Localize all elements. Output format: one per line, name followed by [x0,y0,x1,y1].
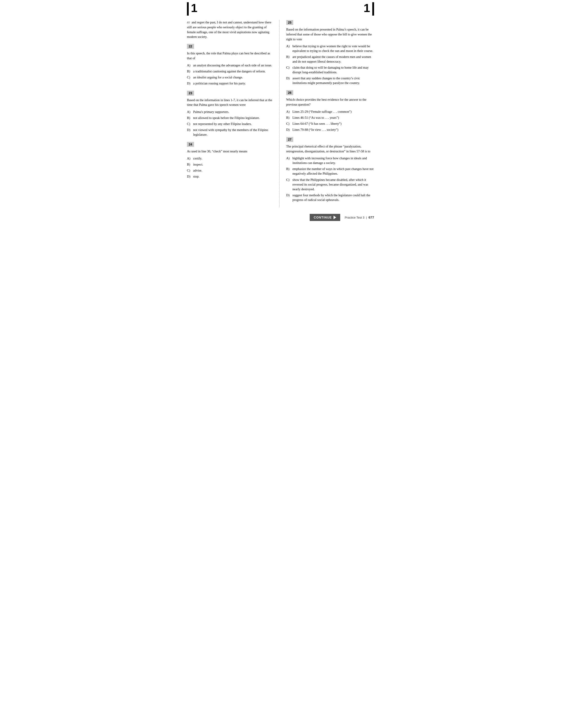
question-24-text: As used in line 30, “check” most nearly … [187,149,275,154]
option-text: stop. [193,174,275,179]
option-text: assert that any sudden changes to the co… [293,76,374,85]
page-wrapper: 1 1 85 and regret the past, I do not and… [180,0,381,224]
option-text: not allowed to speak before the Filipino… [193,116,275,120]
footer-page-label: Practice Test 3 | 677 [345,215,374,219]
question-26-options: A) Lines 25-29 (“Female suffrage . . . c… [286,109,374,132]
question-27-option-b[interactable]: B) emphasize the number of ways in which… [286,167,374,176]
option-letter: B) [187,116,193,120]
continue-button[interactable]: CONTINUE [310,214,340,221]
question-23-header: 23 [187,91,194,96]
question-27-option-d[interactable]: D) suggest four methods by which the leg… [286,193,374,202]
question-25-option-c[interactable]: C) claim that doing so will be damaging … [286,65,374,75]
option-letter: C) [286,65,293,70]
question-24-option-b[interactable]: B) inspect. [187,162,275,167]
question-26-option-b[interactable]: B) Lines 46-51 (“As was to . . . years”) [286,115,374,120]
content-area: 85 and regret the past, I do not and can… [180,20,381,207]
option-text: not viewed with sympathy by the members … [193,128,275,137]
option-text: believe that trying to give women the ri… [293,44,374,53]
question-26-header: 26 [286,90,293,95]
question-25-option-d[interactable]: D) assert that any sudden changes to the… [286,76,374,85]
option-text: show that the Philippines became disable… [293,178,374,192]
question-26-option-a[interactable]: A) Lines 25-29 (“Female suffrage . . . c… [286,109,374,114]
question-24-option-d[interactable]: D) stop. [187,174,275,179]
option-text: not represented by any other Filipino le… [193,122,275,126]
option-letter: C) [187,168,193,173]
option-text: Lines 64-67 (“It has seen . . . liberty”… [293,121,374,126]
option-letter: D) [187,81,193,86]
option-text: Lines 46-51 (“As was to . . . years”) [293,115,374,120]
option-letter: D) [187,128,193,132]
option-text: Lines 79-88 (“In view . . . society”) [293,127,374,132]
question-24-header: 24 [187,142,194,147]
option-text: claim that doing so will be damaging to … [293,65,374,75]
option-letter: D) [286,193,293,198]
continue-label: CONTINUE [314,216,332,219]
option-letter: A) [286,109,293,114]
header-number-right: 1 [364,2,370,14]
question-27-option-a[interactable]: A) highlight with increasing force how c… [286,156,374,165]
page-number: 677 [369,215,374,219]
question-25-header: 25 [286,20,293,25]
option-letter: A) [187,63,193,68]
page-footer: CONTINUE Practice Test 3 | 677 [180,207,381,224]
question-25-block: 25 Based on the information presented in… [286,20,374,85]
option-text: an analyst discussing the advantages of … [193,63,275,68]
option-letter: C) [187,75,193,80]
option-text: advise. [193,168,275,173]
left-column: 85 and regret the past, I do not and can… [187,20,280,207]
option-letter: A) [286,44,293,49]
question-23-option-a[interactable]: A) Palma's primary supporters. [187,110,275,114]
option-text: emphasize the number of ways in which pa… [293,167,374,176]
question-27-block: 27 The principal rhetorical effect of th… [286,137,374,202]
question-25-option-a[interactable]: A) believe that trying to give women the… [286,44,374,53]
option-text: suggest four methods by which the legisl… [293,193,374,202]
continue-arrow-icon [334,216,336,219]
question-23-block: 23 Based on the information in lines 1-7… [187,91,275,137]
question-24-block: 24 As used in line 30, “check” most near… [187,142,275,179]
question-25-option-b[interactable]: B) are prejudiced against the causes of … [286,55,374,64]
passage-text: 85 and regret the past, I do not and can… [187,20,275,39]
question-26-option-d[interactable]: D) Lines 79-88 (“In view . . . society”) [286,127,374,132]
option-letter: C) [286,121,293,126]
option-text: an idealist arguing for a social change. [193,75,275,80]
question-22-option-a[interactable]: A) an analyst discussing the advantages … [187,63,275,68]
question-23-option-d[interactable]: D) not viewed with sympathy by the membe… [187,128,275,137]
question-24-option-a[interactable]: A) certify. [187,156,275,161]
question-22-text: In this speech, the role that Palma play… [187,51,275,61]
question-25-text: Based on the information presented in Pa… [286,27,374,42]
header-number-left: 1 [191,2,197,14]
option-letter: D) [286,127,293,132]
option-letter: B) [286,167,293,171]
question-22-option-d[interactable]: D) a politician rousing support for his … [187,81,275,86]
question-22-header: 22 [187,44,194,49]
option-letter: B) [286,55,293,59]
header-bar-left [187,2,189,16]
question-23-option-b[interactable]: B) not allowed to speak before the Filip… [187,116,275,120]
question-23-text: Based on the information in lines 1-7, i… [187,98,275,108]
question-23-option-c[interactable]: C) not represented by any other Filipino… [187,122,275,126]
option-text: highlight with increasing force how chan… [293,156,374,165]
right-column: 25 Based on the information presented in… [280,20,374,207]
question-24-option-c[interactable]: C) advise. [187,168,275,173]
practice-test-label: Practice Test 3 [345,216,364,219]
option-text: Palma's primary supporters. [193,110,275,114]
question-22-option-b[interactable]: B) a traditionalist cautioning against t… [187,69,275,74]
header-right: 1 [364,2,374,16]
option-letter: C) [187,122,193,126]
line-number: 85 [187,21,190,24]
question-27-text: The principal rhetorical effect of the p… [286,144,374,154]
question-22-option-c[interactable]: C) an idealist arguing for a social chan… [187,75,275,80]
option-letter: D) [286,76,293,81]
question-23-options: A) Palma's primary supporters. B) not al… [187,110,275,137]
question-27-option-c[interactable]: C) show that the Philippines became disa… [286,178,374,192]
option-letter: B) [286,115,293,120]
option-text: Lines 25-29 (“Female suffrage . . . comm… [293,109,374,114]
passage-content: and regret the past, I do not and cannot… [187,20,271,39]
option-text: certify. [193,156,275,161]
question-26-option-c[interactable]: C) Lines 64-67 (“It has seen . . . liber… [286,121,374,126]
question-22-block: 22 In this speech, the role that Palma p… [187,44,275,86]
question-24-options: A) certify. B) inspect. C) advise. D) st… [187,156,275,179]
question-27-options: A) highlight with increasing force how c… [286,156,374,202]
question-22-options: A) an analyst discussing the advantages … [187,63,275,86]
option-letter: A) [187,156,193,161]
